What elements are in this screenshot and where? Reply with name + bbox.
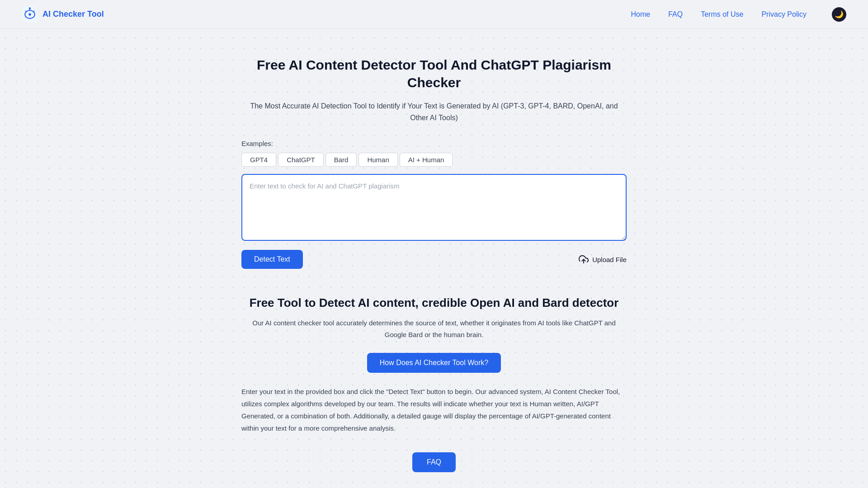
logo-icon (22, 6, 38, 23)
logo[interactable]: AI Checker Tool (22, 6, 104, 23)
tab-chatgpt[interactable]: ChatGPT (278, 153, 324, 167)
upload-icon (579, 254, 589, 264)
tab-gpt4[interactable]: GPT4 (241, 153, 276, 167)
upload-file-button[interactable]: Upload File (579, 254, 627, 264)
text-input[interactable] (241, 174, 627, 241)
how-it-works-button[interactable]: How Does AI Checker Tool Work? (367, 353, 501, 373)
logo-text: AI Checker Tool (42, 9, 104, 19)
main-content: Free AI Content Detector Tool And ChatGP… (231, 29, 637, 488)
nav-faq[interactable]: FAQ (668, 10, 683, 19)
detect-text-button[interactable]: Detect Text (241, 250, 303, 269)
subtitle: The Most Accurate AI Detection Tool to I… (241, 100, 627, 123)
body-text: Enter your text in the provided box and … (241, 385, 627, 434)
tab-bard[interactable]: Bard (326, 153, 357, 167)
examples-label: Examples: (241, 140, 627, 147)
tab-human[interactable]: Human (359, 153, 397, 167)
page-title: Free AI Content Detector Tool And ChatGP… (241, 56, 627, 91)
main-nav: Home FAQ Terms of Use Privacy Policy 🌙 (631, 7, 846, 22)
examples-tabs: GPT4 ChatGPT Bard Human AI + Human (241, 153, 627, 167)
header: AI Checker Tool Home FAQ Terms of Use Pr… (0, 0, 868, 29)
tab-ai-human[interactable]: AI + Human (400, 153, 453, 167)
bottom-button-wrapper: FAQ (241, 449, 627, 472)
dark-mode-toggle[interactable]: 🌙 (832, 7, 846, 22)
section2-title: Free Tool to Detect AI content, credible… (241, 296, 627, 310)
svg-point-2 (28, 13, 31, 15)
textarea-wrapper (241, 174, 627, 243)
svg-point-4 (29, 7, 31, 9)
action-row: Detect Text Upload File (241, 250, 627, 269)
section2-desc: Our AI content checker tool accurately d… (241, 317, 627, 340)
nav-terms[interactable]: Terms of Use (701, 10, 743, 19)
nav-privacy[interactable]: Privacy Policy (761, 10, 807, 19)
nav-home[interactable]: Home (631, 10, 650, 19)
bottom-cta-button[interactable]: FAQ (412, 452, 456, 472)
